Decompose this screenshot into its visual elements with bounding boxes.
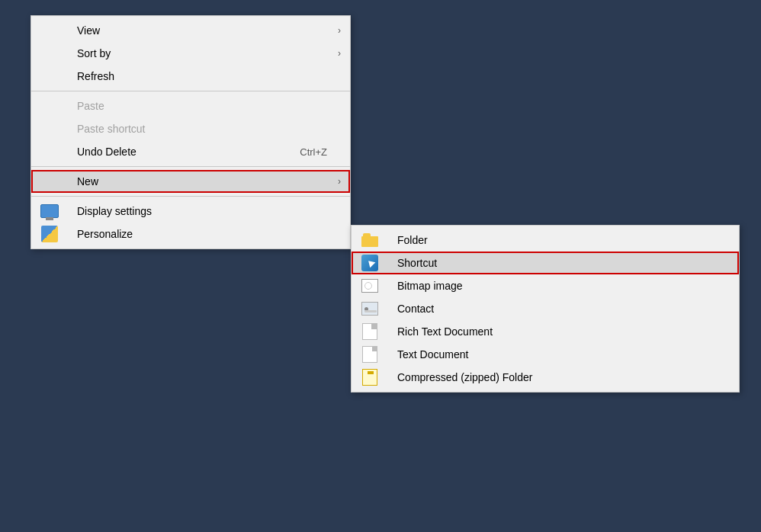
- new-arrow: ›: [338, 176, 341, 187]
- menu-item-paste[interactable]: Paste: [31, 95, 350, 117]
- zip-icon: [361, 368, 379, 386]
- menu-item-display-settings[interactable]: Display settings: [31, 200, 350, 223]
- display-settings-label: Display settings: [77, 205, 152, 217]
- shortcut-icon: [361, 254, 379, 272]
- separator-1: [31, 91, 350, 91]
- separator-2: [31, 166, 350, 167]
- folder-label: Folder: [397, 234, 428, 246]
- display-icon: [40, 202, 59, 220]
- sort-by-label: Sort by: [77, 47, 111, 59]
- paste-label: Paste: [77, 100, 104, 112]
- richtext-label: Rich Text Document: [397, 325, 493, 338]
- sort-by-arrow: ›: [338, 48, 341, 59]
- sub-menu-item-shortcut[interactable]: Shortcut: [352, 252, 739, 274]
- sub-menu-item-bitmap[interactable]: Bitmap image: [352, 274, 739, 297]
- menu-item-undo-delete[interactable]: Undo Delete Ctrl+Z: [31, 140, 350, 163]
- menu-item-personalize[interactable]: Personalize: [31, 223, 350, 245]
- menu-item-sort-by[interactable]: Sort by ›: [31, 42, 350, 65]
- sub-menu-item-contact[interactable]: Contact: [352, 297, 739, 320]
- separator-3: [31, 196, 350, 197]
- sub-menu-item-richtext[interactable]: Rich Text Document: [352, 320, 739, 343]
- textdoc-label: Text Document: [397, 348, 468, 361]
- sub-menu-item-zip[interactable]: Compressed (zipped) Folder: [352, 366, 739, 389]
- view-arrow: ›: [338, 25, 341, 36]
- contact-label: Contact: [397, 303, 434, 315]
- richtext-icon: [361, 322, 379, 341]
- personalize-label: Personalize: [77, 228, 133, 240]
- paste-shortcut-label: Paste shortcut: [77, 123, 146, 135]
- menu-item-view[interactable]: View ›: [31, 19, 350, 42]
- contact-icon: [361, 300, 379, 318]
- undo-delete-shortcut: Ctrl+Z: [300, 146, 327, 158]
- bitmap-icon: [361, 277, 379, 295]
- undo-delete-label: Undo Delete: [77, 146, 136, 158]
- textdoc-icon: [361, 345, 379, 364]
- zip-label: Compressed (zipped) Folder: [397, 371, 532, 383]
- sub-menu-item-folder[interactable]: Folder: [352, 229, 739, 252]
- view-label: View: [77, 24, 100, 37]
- refresh-label: Refresh: [77, 70, 114, 82]
- menu-item-paste-shortcut[interactable]: Paste shortcut: [31, 117, 350, 140]
- folder-icon: [361, 231, 379, 249]
- sub-menu-item-textdoc[interactable]: Text Document: [352, 343, 739, 366]
- new-label: New: [77, 175, 98, 187]
- sub-context-menu: Folder Shortcut Bitmap image Contact Ric…: [351, 225, 740, 393]
- main-context-menu: View › Sort by › Refresh Paste Paste sho…: [31, 15, 351, 249]
- bitmap-label: Bitmap image: [397, 280, 463, 292]
- menu-item-new[interactable]: New ›: [31, 170, 350, 193]
- menu-item-refresh[interactable]: Refresh: [31, 65, 350, 88]
- shortcut-label: Shortcut: [397, 257, 437, 269]
- personalize-icon: [40, 225, 59, 243]
